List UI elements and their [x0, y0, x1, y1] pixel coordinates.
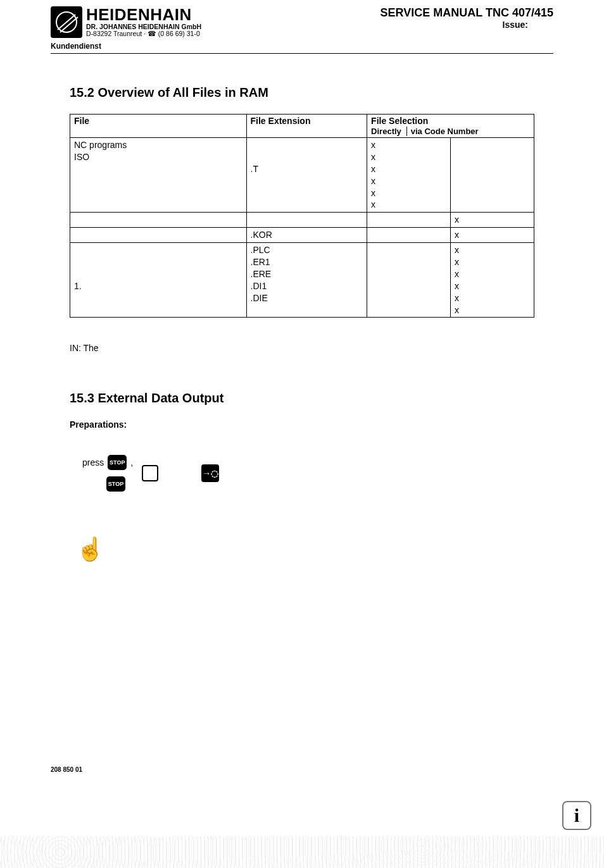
- table-cell: [367, 243, 451, 318]
- table-cell: NC programsISO: [70, 138, 247, 213]
- manual-title: SERVICE MANUAL TNC 407/415: [381, 6, 553, 20]
- table-cell: [246, 213, 367, 228]
- table-row: NC programsISO .T xxxxxx: [70, 138, 534, 213]
- table-cell: .PLC.ER1.ERE.DI1.DIE: [246, 243, 367, 318]
- table-cell: [367, 213, 451, 228]
- section-15-2-title: 15.2 Overview of All Files in RAM: [70, 85, 553, 100]
- table-row: 1. .PLC.ER1.ERE.DI1.DIE xxxxxx: [70, 243, 534, 318]
- table-cell: xxxxxx: [367, 138, 451, 213]
- stop-button-icon[interactable]: STOP: [108, 455, 127, 470]
- pointing-hand-icon: ☝: [76, 536, 553, 562]
- table-cell: x: [451, 213, 534, 228]
- logo-text: HEIDENHAIN DR. JOHANNES HEIDENHAIN GmbH …: [86, 6, 201, 37]
- page-noise: [0, 836, 604, 868]
- files-table: File File Extension File Selection Direc…: [70, 114, 534, 318]
- files-table-wrap: File File Extension File Selection Direc…: [70, 114, 534, 318]
- screen-button-icon[interactable]: [142, 465, 158, 481]
- table-cell: xxxxxx: [451, 243, 534, 318]
- stop-button-icon-2[interactable]: STOP: [106, 476, 125, 492]
- table-cell: [367, 228, 451, 243]
- press-block: press STOP , STOP →◌: [82, 455, 553, 492]
- title-block: SERVICE MANUAL TNC 407/415 Issue:: [381, 6, 553, 30]
- comma: ,: [130, 457, 133, 468]
- table-row: x: [70, 213, 534, 228]
- section-15-2-note: IN: The: [70, 343, 553, 353]
- table-cell: [451, 138, 534, 213]
- table-cell: .KOR: [246, 228, 367, 243]
- table-cell: .T: [246, 138, 367, 213]
- address-line: D-83292 Traunreut · ☎ (0 86 69) 31-0: [86, 30, 201, 37]
- th-selection-group: File Selection Directly via Code Number: [367, 115, 534, 138]
- document-number: 208 850 01: [51, 766, 82, 773]
- kundendienst-label: Kundendienst: [51, 42, 553, 51]
- page: HEIDENHAIN DR. JOHANNES HEIDENHAIN GmbH …: [0, 0, 604, 868]
- files-table-body: NC programsISO .T xxxxxx x .KOR x 1. .PL…: [70, 138, 534, 318]
- brand-name: HEIDENHAIN: [86, 6, 201, 23]
- logo-block: HEIDENHAIN DR. JOHANNES HEIDENHAIN GmbH …: [51, 6, 201, 38]
- section-15-3-title: 15.3 External Data Output: [70, 391, 553, 406]
- heidenhain-logo-icon: [51, 6, 82, 38]
- info-icon: i: [574, 805, 579, 826]
- th-file: File: [70, 115, 247, 138]
- preparations-label: Preparations:: [70, 419, 553, 430]
- press-label: press: [82, 457, 104, 468]
- table-row: .KOR x: [70, 228, 534, 243]
- th-extension: File Extension: [246, 115, 367, 138]
- th-selection-line1: File Selection: [371, 116, 428, 126]
- page-header: HEIDENHAIN DR. JOHANNES HEIDENHAIN GmbH …: [51, 6, 553, 38]
- info-button[interactable]: i: [562, 801, 591, 830]
- th-via-code: via Code Number: [406, 127, 479, 136]
- header-rule: [51, 53, 553, 54]
- table-cell: x: [451, 228, 534, 243]
- table-cell: [70, 228, 247, 243]
- th-directly: Directly: [371, 127, 401, 136]
- table-cell: [70, 213, 247, 228]
- table-cell: 1.: [70, 243, 247, 318]
- send-button-icon[interactable]: →◌: [201, 464, 219, 482]
- press-col: press STOP , STOP: [82, 455, 133, 492]
- issue-label: Issue:: [381, 20, 528, 30]
- files-table-head: File File Extension File Selection Direc…: [70, 115, 534, 138]
